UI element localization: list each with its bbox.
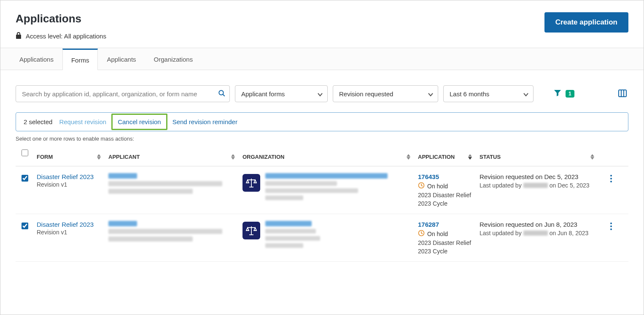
revision-label: Revision v1 — [37, 229, 103, 236]
clock-icon — [418, 230, 425, 238]
select-status-value: Revision requested — [339, 90, 393, 98]
select-status[interactable]: Revision requested — [333, 85, 438, 102]
select-date-range[interactable]: Last 6 months — [443, 85, 534, 102]
col-form[interactable]: FORM — [34, 148, 106, 166]
status-text: Revision requested on Dec 5, 2023 — [480, 173, 597, 180]
select-form-type[interactable]: Applicant forms — [235, 85, 328, 102]
tabs: Applications Forms Applicants Organizati… — [0, 48, 644, 70]
tab-organizations[interactable]: Organizations — [145, 49, 202, 70]
program-name: 2023 Disaster Relief — [418, 192, 474, 198]
applicant-email-redacted — [108, 189, 193, 194]
chevron-down-icon — [523, 92, 529, 99]
col-organization[interactable]: ORGANIZATION — [240, 148, 415, 166]
col-applicant[interactable]: APPLICANT — [106, 148, 240, 166]
mass-action-helper: Select one or more rows to enable mass a… — [16, 136, 628, 142]
col-status[interactable]: STATUS — [477, 148, 599, 166]
table-row: Disaster Relief 2023 Revision v1 — [16, 166, 628, 214]
updated-by-redacted — [523, 231, 548, 236]
lock-icon — [16, 32, 22, 40]
row-more-button[interactable] — [609, 221, 614, 233]
page-title: Applications — [16, 12, 106, 25]
svg-line-1 — [223, 94, 225, 96]
org-line-redacted — [265, 188, 358, 193]
applicant-name-redacted — [108, 173, 137, 179]
tab-applications[interactable]: Applications — [11, 49, 62, 70]
chevron-down-icon — [317, 92, 323, 99]
clock-icon — [418, 182, 425, 190]
access-level-text: Access level: All applications — [26, 33, 106, 40]
create-application-button[interactable]: Create application — [544, 12, 628, 33]
cycle-name: 2023 Cycle — [418, 200, 474, 207]
applicant-address-redacted — [108, 229, 222, 234]
select-form-type-value: Applicant forms — [241, 90, 285, 98]
updated-by-redacted — [523, 183, 548, 188]
updated-suffix: on Jun 8, 2023 — [550, 230, 589, 236]
search-icon[interactable] — [217, 89, 226, 99]
updated-prefix: Last updated by — [480, 182, 522, 189]
cancel-revision-action[interactable]: Cancel revision — [118, 118, 161, 125]
svg-point-0 — [219, 90, 224, 95]
select-date-value: Last 6 months — [450, 90, 489, 98]
tab-forms[interactable]: Forms — [62, 49, 98, 70]
row-checkbox[interactable] — [22, 223, 28, 229]
svg-point-18 — [610, 228, 612, 230]
svg-point-17 — [610, 225, 612, 227]
status-text: Revision requested on Jun 8, 2023 — [480, 221, 597, 228]
columns-button[interactable] — [617, 88, 628, 100]
scales-icon — [243, 222, 260, 239]
send-reminder-action[interactable]: Send revision reminder — [172, 118, 237, 125]
filter-count-badge: 1 — [566, 90, 574, 98]
row-checkbox[interactable] — [22, 175, 28, 182]
row-more-button[interactable] — [609, 173, 614, 185]
org-line-redacted — [265, 229, 316, 234]
org-line-redacted — [265, 196, 303, 200]
applicant-name-redacted — [108, 221, 137, 226]
applicant-address-redacted — [108, 181, 222, 186]
svg-point-11 — [610, 181, 612, 182]
filter-icon[interactable] — [554, 89, 561, 98]
form-name-link[interactable]: Disaster Relief 2023 — [37, 173, 103, 180]
selected-count: 2 selected — [24, 118, 52, 125]
svg-point-9 — [610, 175, 612, 177]
org-line-redacted — [265, 181, 337, 186]
org-name-redacted — [265, 173, 388, 179]
select-all-checkbox[interactable] — [22, 149, 28, 156]
tab-applicants[interactable]: Applicants — [98, 49, 145, 70]
org-line-redacted — [265, 236, 320, 241]
cycle-name: 2023 Cycle — [418, 248, 474, 255]
updated-suffix: on Dec 5, 2023 — [550, 182, 590, 189]
application-id-link[interactable]: 176287 — [418, 221, 474, 228]
org-line-redacted — [265, 243, 303, 248]
svg-rect-2 — [619, 90, 626, 97]
program-name: 2023 Disaster Relief — [418, 239, 474, 246]
form-name-link[interactable]: Disaster Relief 2023 — [37, 221, 103, 228]
application-id-link[interactable]: 176435 — [418, 173, 474, 180]
scales-icon — [243, 174, 260, 192]
mass-action-bar: 2 selected Request revision Cancel revis… — [16, 112, 628, 131]
search-input[interactable] — [16, 85, 230, 102]
table-row: Disaster Relief 2023 Revision v1 — [16, 214, 628, 262]
svg-point-10 — [610, 178, 612, 179]
on-hold-label: On hold — [427, 183, 448, 190]
col-application[interactable]: APPLICATION — [415, 148, 477, 166]
request-revision-action[interactable]: Request revision — [59, 118, 106, 125]
chevron-down-icon — [428, 92, 434, 99]
revision-label: Revision v1 — [37, 181, 103, 188]
svg-point-16 — [610, 223, 612, 224]
org-name-redacted — [265, 221, 312, 226]
on-hold-label: On hold — [427, 231, 448, 237]
applicant-email-redacted — [108, 236, 193, 242]
updated-prefix: Last updated by — [480, 230, 522, 236]
